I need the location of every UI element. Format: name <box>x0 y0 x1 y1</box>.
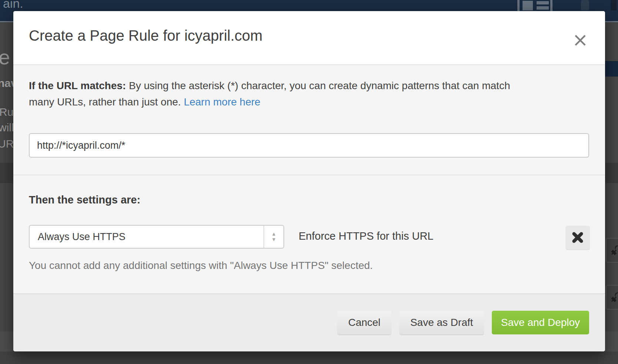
url-pattern-input[interactable] <box>29 133 589 158</box>
section-divider <box>13 175 605 175</box>
chevron-up-icon: ▲ <box>271 231 276 237</box>
dialog-title: Create a Page Rule for icyapril.com <box>29 27 262 44</box>
layout-grid-icon <box>537 1 549 4</box>
wrench-icon <box>610 292 618 303</box>
setting-restriction-note: You cannot add any additional settings w… <box>29 260 373 272</box>
profile-icon <box>611 0 617 10</box>
background-text-fragment: will <box>0 121 14 134</box>
layout-grid-icon <box>550 0 552 11</box>
profile-icon <box>581 0 589 10</box>
cancel-button[interactable]: Cancel <box>337 311 392 334</box>
dialog-header: Create a Page Rule for icyapril.com <box>13 11 605 65</box>
layout-grid-icon <box>523 1 533 10</box>
dialog-footer: Cancel Save as Draft Save and Deploy <box>13 293 605 351</box>
url-match-label: If the URL matches: <box>29 80 126 91</box>
settings-heading: Then the settings are: <box>29 194 140 206</box>
url-match-description: If the URL matches: By using the asteris… <box>29 78 591 110</box>
layout-grid-icon <box>537 6 549 10</box>
description-line-1: If the URL matches: By using the asteris… <box>29 78 591 94</box>
remove-setting-button[interactable] <box>565 226 590 249</box>
background-text-fragment: e <box>0 45 10 69</box>
wrench-icon <box>610 245 618 256</box>
background-wrench-button <box>606 238 618 263</box>
background-text-fragment: UR <box>0 138 14 150</box>
learn-more-link[interactable]: Learn more here <box>184 96 261 108</box>
save-as-draft-button[interactable]: Save as Draft <box>399 311 484 334</box>
setting-dropdown[interactable]: Always Use HTTPS ▲ ▼ <box>29 225 284 249</box>
setting-dropdown-value: Always Use HTTPS <box>30 231 263 243</box>
layout-grid-icon <box>517 0 520 11</box>
close-icon[interactable] <box>573 33 587 47</box>
background-band <box>0 351 618 364</box>
save-and-deploy-button[interactable]: Save and Deploy <box>492 311 589 334</box>
dropdown-stepper[interactable]: ▲ ▼ <box>263 226 283 248</box>
background-wrench-button <box>606 285 618 310</box>
remove-x-icon <box>572 232 584 243</box>
setting-description: Enforce HTTPS for this URL <box>299 230 433 242</box>
background-text-fragment: ain. <box>3 0 23 11</box>
chevron-down-icon: ▼ <box>271 237 276 242</box>
background-text-fragment: Ru <box>0 106 13 118</box>
background-blue-button-fragment <box>605 61 618 77</box>
description-line-2: many URLs, rather than just one. Learn m… <box>29 94 591 110</box>
create-page-rule-dialog: Create a Page Rule for icyapril.com If t… <box>13 11 605 351</box>
